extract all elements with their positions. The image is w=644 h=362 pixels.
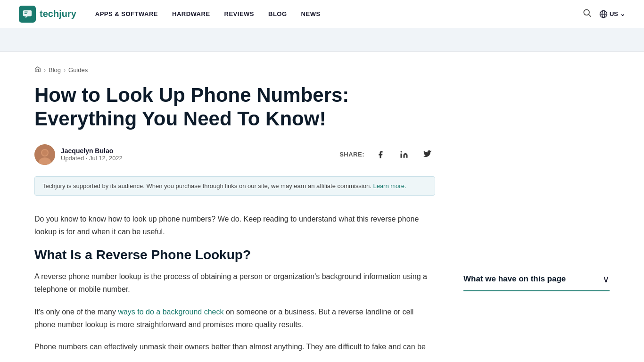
- toc-chevron-icon: ∨: [603, 273, 610, 285]
- header-right: US ⌄: [582, 8, 625, 20]
- search-icon[interactable]: [582, 8, 592, 20]
- section1-p3: Phone numbers can effectively unmask the…: [34, 340, 435, 353]
- breadcrumb: › Blog › Guides: [34, 66, 435, 74]
- svg-line-4: [589, 15, 591, 17]
- affiliate-text: Techjury is supported by its audience. W…: [42, 182, 372, 189]
- logo-icon: [19, 6, 36, 23]
- nav-reviews[interactable]: REVIEWS: [224, 10, 254, 17]
- section1-heading: What Is a Reverse Phone Lookup?: [34, 247, 435, 263]
- main-content: › Blog › Guides How to Look Up Phone Num…: [34, 52, 435, 362]
- affiliate-notice: Techjury is supported by its audience. W…: [34, 176, 435, 196]
- section1-p2-prefix: It's only one of the many: [34, 308, 118, 316]
- breadcrumb-sep-2: ›: [64, 67, 66, 74]
- breadcrumb-guides[interactable]: Guides: [68, 66, 88, 74]
- author-date: Updated · Jul 12, 2022: [61, 155, 123, 162]
- locale-selector[interactable]: US ⌄: [599, 10, 625, 18]
- page-container: › Blog › Guides How to Look Up Phone Num…: [16, 52, 628, 362]
- author-info: Jacquelyn Bulao Updated · Jul 12, 2022: [34, 144, 123, 165]
- svg-rect-1: [25, 11, 28, 12]
- main-nav: APPS & SOFTWARE HARDWARE REVIEWS BLOG NE…: [95, 10, 321, 17]
- background-check-link[interactable]: ways to do a background check: [118, 308, 223, 316]
- home-icon[interactable]: [34, 66, 41, 74]
- facebook-share-icon[interactable]: [373, 147, 388, 162]
- logo-text: techjury: [40, 8, 76, 19]
- nav-news[interactable]: NEWS: [301, 10, 321, 17]
- svg-rect-2: [25, 13, 27, 14]
- toc-box: What we have on this page ∨: [463, 273, 610, 291]
- share-label: SHARE:: [339, 151, 364, 158]
- breadcrumb-blog[interactable]: Blog: [49, 66, 61, 74]
- site-logo[interactable]: techjury: [19, 6, 76, 23]
- sidebar-spacer: [463, 66, 610, 273]
- nav-hardware[interactable]: HARDWARE: [172, 10, 210, 17]
- breadcrumb-sep-1: ›: [44, 67, 46, 74]
- nav-blog[interactable]: BLOG: [268, 10, 287, 17]
- author-details: Jacquelyn Bulao Updated · Jul 12, 2022: [61, 147, 123, 162]
- author-row: Jacquelyn Bulao Updated · Jul 12, 2022 S…: [34, 144, 435, 165]
- author-name: Jacquelyn Bulao: [61, 147, 123, 155]
- linkedin-share-icon[interactable]: [396, 147, 412, 162]
- affiliate-link[interactable]: Learn more.: [373, 182, 406, 189]
- top-banner: [0, 28, 644, 52]
- toc-toggle[interactable]: What we have on this page ∨: [463, 273, 610, 291]
- svg-rect-0: [23, 10, 32, 16]
- locale-label: US: [610, 10, 618, 17]
- site-header: techjury APPS & SOFTWARE HARDWARE REVIEW…: [0, 0, 644, 28]
- author-avatar: [34, 144, 55, 165]
- toc-title: What we have on this page: [463, 274, 566, 284]
- sidebar: What we have on this page ∨: [463, 52, 610, 362]
- svg-point-11: [42, 150, 48, 156]
- twitter-share-icon[interactable]: [420, 147, 435, 162]
- locale-chevron-icon: ⌄: [620, 10, 625, 17]
- section1-p1: A reverse phone number lookup is the pro…: [34, 270, 435, 296]
- header-left: techjury APPS & SOFTWARE HARDWARE REVIEW…: [19, 6, 321, 23]
- article-body: Do you know to know how to look up phone…: [34, 213, 435, 353]
- nav-apps-software[interactable]: APPS & SOFTWARE: [95, 10, 158, 17]
- article-title: How to Look Up Phone Numbers: Everything…: [34, 83, 435, 131]
- svg-point-3: [584, 9, 589, 15]
- svg-point-12: [401, 151, 402, 152]
- intro-paragraph: Do you know to know how to look up phone…: [34, 213, 435, 238]
- section1-p2: It's only one of the many ways to do a b…: [34, 305, 435, 331]
- share-row: SHARE:: [339, 147, 435, 162]
